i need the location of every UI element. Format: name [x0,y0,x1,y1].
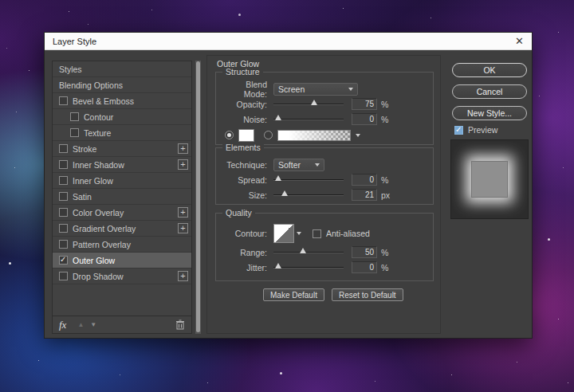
sidebar-item-label: Styles [59,65,82,74]
sidebar-item-gradient-overlay[interactable]: Gradient Overlay + [53,221,191,237]
style-enable-checkbox[interactable] [59,144,68,153]
style-enable-checkbox[interactable] [59,160,68,169]
fx-icon[interactable]: fx [59,319,66,331]
sidebar-scrollbar[interactable] [195,61,201,334]
delete-effect-icon[interactable] [175,319,185,330]
gradient-picker[interactable] [277,130,351,141]
ok-button[interactable]: OK [452,63,527,77]
add-effect-instance-button[interactable]: + [178,143,188,154]
noise-input[interactable]: 0 [352,113,377,125]
add-effect-instance-button[interactable]: + [178,207,188,218]
blend-mode-select[interactable]: Screen [273,83,358,96]
contour-picker[interactable] [273,224,294,243]
sidebar-item-label: Satin [73,192,92,202]
sidebar-item-label: Blending Options [59,80,123,90]
jitter-input[interactable]: 0 [352,261,377,273]
style-enable-checkbox[interactable] [59,224,68,233]
sidebar-item-inner-glow[interactable]: Inner Glow + [53,173,191,189]
scrollbar-thumb[interactable] [196,61,200,332]
glow-preview-thumbnail [471,161,508,198]
style-enable-checkbox[interactable] [59,176,68,185]
antialiased-checkbox[interactable] [313,229,321,238]
slider-thumb-icon[interactable] [281,190,288,196]
dialog-title: Layer Style [53,37,96,46]
reset-to-default-button[interactable]: Reset to Default [332,288,403,301]
layer-style-dialog: Layer Style ✕ Styles + Blending Options … [44,32,533,339]
styles-sidebar: Styles + Blending Options + Bevel & Embo… [52,61,192,334]
size-slider[interactable] [273,194,344,196]
add-effect-instance-button[interactable]: + [178,271,188,281]
slider-thumb-icon[interactable] [311,100,317,105]
opacity-label: Opacity: [221,100,267,109]
size-input[interactable]: 21 [352,189,377,201]
range-slider[interactable] [273,252,344,253]
gradient-radio[interactable] [264,131,273,139]
jitter-row: Jitter: 0 % [221,260,427,275]
spread-input[interactable]: 0 [352,174,377,186]
add-effect-instance-button[interactable]: + [178,159,188,170]
sidebar-item-label: Gradient Overlay [73,224,136,233]
sidebar-item-styles[interactable]: Styles + [53,61,191,77]
close-icon[interactable]: ✕ [515,36,524,46]
spread-slider[interactable] [273,179,344,181]
blend-mode-label: Blend Mode: [221,80,267,99]
jitter-label: Jitter: [221,263,267,272]
style-enable-checkbox[interactable] [59,96,68,105]
slider-thumb-icon[interactable] [275,175,281,181]
sidebar-item-drop-shadow[interactable]: Drop Shadow + [53,269,191,284]
range-input[interactable]: 50 [352,246,377,258]
sidebar-item-inner-shadow[interactable]: Inner Shadow + [53,157,191,173]
sidebar-item-blending-options[interactable]: Blending Options + [53,77,191,93]
preview-checkbox[interactable] [454,126,463,135]
sidebar-item-bevel-emboss[interactable]: Bevel & Emboss + [53,93,191,109]
new-style-button[interactable]: New Style... [452,106,527,120]
glow-color-swatch[interactable] [238,129,254,142]
style-enable-checkbox[interactable] [59,256,68,265]
dialog-titlebar[interactable]: Layer Style ✕ [45,33,532,50]
opacity-slider[interactable] [273,104,344,105]
style-enable-checkbox[interactable] [59,192,68,201]
move-effect-down-icon[interactable]: ▼ [90,321,96,328]
structure-group-title: Structure [222,67,263,76]
sidebar-item-texture[interactable]: Texture + [53,125,191,141]
add-effect-instance-button[interactable]: + [178,223,188,233]
slider-thumb-icon[interactable] [300,248,306,253]
elements-group-title: Elements [222,143,264,152]
technique-select[interactable]: Softer [273,159,324,171]
sidebar-item-outer-glow[interactable]: Outer Glow + [53,253,191,269]
noise-unit: % [381,115,388,124]
sidebar-item-label: Pattern Overlay [73,240,131,249]
chevron-down-icon[interactable] [356,134,360,137]
jitter-slider[interactable] [273,267,344,269]
contour-label: Contour: [221,229,267,238]
elements-group: Elements Technique: Softer Spread: [215,147,434,205]
style-enable-checkbox[interactable] [59,272,68,280]
style-enable-checkbox[interactable] [59,240,68,249]
technique-value: Softer [278,160,301,170]
cancel-button[interactable]: Cancel [452,84,527,99]
chevron-down-icon[interactable] [297,232,301,235]
sidebar-item-pattern-overlay[interactable]: Pattern Overlay + [53,237,191,253]
opacity-input[interactable]: 75 [352,98,377,110]
slider-thumb-icon[interactable] [275,115,281,120]
style-enable-checkbox[interactable] [59,208,68,217]
style-enable-checkbox[interactable] [70,128,79,137]
range-label: Range: [221,248,267,257]
move-effect-up-icon[interactable]: ▲ [77,321,84,328]
color-radio[interactable] [225,131,234,139]
sidebar-item-stroke[interactable]: Stroke + [53,141,191,157]
structure-group: Structure Blend Mode: Screen Opacity: [215,72,434,145]
sidebar-item-label: Texture [84,128,111,138]
spread-label: Spread: [221,175,267,185]
sidebar-item-satin[interactable]: Satin + [53,189,191,205]
technique-row: Technique: Softer [221,157,427,172]
blend-mode-value: Screen [278,84,305,94]
range-row: Range: 50 % [221,245,427,260]
sidebar-item-color-overlay[interactable]: Color Overlay + [53,205,191,221]
sidebar-item-contour[interactable]: Contour + [53,109,191,125]
make-default-button[interactable]: Make Default [263,288,324,301]
slider-thumb-icon[interactable] [275,263,281,269]
style-enable-checkbox[interactable] [70,112,79,121]
quality-group-title: Quality [222,208,255,218]
noise-slider[interactable] [273,119,344,120]
